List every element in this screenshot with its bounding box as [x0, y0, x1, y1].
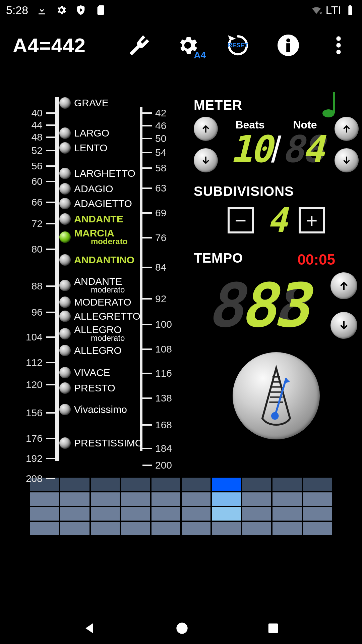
tempo-term-vivace[interactable]: VIVACE [59, 367, 110, 378]
tempo-term-allegro[interactable]: ALLEGROmoderato [59, 325, 125, 343]
metronome-play-button[interactable] [233, 352, 320, 439]
beat-cell[interactable] [212, 507, 241, 521]
scale-tick: 96 [3, 307, 55, 318]
beat-cell[interactable] [60, 492, 89, 506]
beat-cell[interactable] [303, 522, 332, 535]
tempo-term-andante[interactable]: ANDANTEmoderato [59, 276, 125, 294]
beat-cell[interactable] [121, 507, 150, 521]
svg-point-7 [322, 109, 335, 117]
svg-point-5 [336, 43, 341, 47]
scale-tick: 200 [142, 460, 176, 471]
tempo-term-allegretto[interactable]: ALLEGRETTO [59, 311, 140, 322]
tempo-terms-list[interactable]: GRAVELARGOLENTOLARGHETTOADAGIOADAGIETTOA… [59, 97, 140, 460]
tempo-term-adagietto[interactable]: ADAGIETTO [59, 198, 132, 209]
scale-tick: 42 [142, 107, 176, 119]
note-down-button[interactable] [335, 148, 359, 172]
beat-cell[interactable] [303, 492, 332, 506]
radio-icon [59, 382, 71, 394]
nav-home-button[interactable] [175, 622, 189, 636]
subdiv-plus-button[interactable]: + [299, 207, 325, 233]
beat-cell[interactable] [30, 507, 59, 521]
tempo-term-marcia[interactable]: MARCIAmoderato [59, 228, 127, 246]
beat-cell[interactable] [152, 492, 180, 506]
info-button[interactable] [275, 32, 302, 59]
beat-cell[interactable] [60, 478, 89, 491]
beat-cell[interactable] [152, 478, 180, 491]
scale-tick: 108 [142, 343, 176, 355]
scale-tick: 50 [142, 133, 176, 144]
tempo-term-grave[interactable]: GRAVE [59, 97, 109, 109]
left-scale: 4044485256606672808896104112120156176192… [3, 97, 55, 460]
tempo-term-vivacissimo[interactable]: Vivacissimo [59, 404, 127, 415]
beat-cell[interactable] [212, 492, 241, 506]
term-label: ANDANTINO [74, 255, 134, 265]
beat-cell[interactable] [121, 492, 150, 506]
beat-cell[interactable] [212, 478, 241, 491]
settings-a4-button[interactable]: A4 [174, 32, 201, 59]
term-label: GRAVE [74, 98, 109, 108]
beat-cell[interactable] [242, 507, 271, 521]
beat-cell[interactable] [273, 478, 301, 491]
scale-tick: 100 [142, 319, 176, 330]
tempo-down-button[interactable] [330, 312, 357, 339]
beat-grid[interactable] [30, 478, 332, 535]
beat-cell[interactable] [91, 478, 120, 491]
overflow-menu-button[interactable] [325, 32, 352, 59]
tempo-term-largo[interactable]: LARGO [59, 127, 109, 139]
beat-cell[interactable] [121, 522, 150, 535]
beat-cell[interactable] [273, 522, 301, 535]
tempo-term-andantino[interactable]: ANDANTINO [59, 254, 134, 266]
scale-tick: 58 [142, 162, 176, 174]
beat-cell[interactable] [212, 522, 241, 535]
beats-up-button[interactable] [194, 117, 218, 141]
note-up-button[interactable] [335, 117, 359, 141]
tempo-term-adagio[interactable]: ADAGIO [59, 183, 113, 195]
beat-cell[interactable] [182, 507, 210, 521]
beat-cell[interactable] [242, 492, 271, 506]
reset-label: RESET [228, 42, 248, 49]
meter-slash: / [271, 128, 282, 170]
beat-cell[interactable] [273, 492, 301, 506]
tempo-term-allegro[interactable]: ALLEGRO [59, 345, 122, 356]
tuning-fork-button[interactable] [124, 32, 151, 59]
beat-cell[interactable] [182, 492, 210, 506]
beat-cell[interactable] [182, 478, 210, 491]
beat-cell[interactable] [242, 522, 271, 535]
beat-cell[interactable] [242, 478, 271, 491]
beat-cell[interactable] [121, 478, 150, 491]
scale-tick: 46 [142, 120, 176, 131]
reset-button[interactable]: RESET [225, 32, 251, 59]
beat-cell[interactable] [60, 507, 89, 521]
radio-icon [59, 142, 71, 154]
beat-cell[interactable] [91, 507, 120, 521]
tempo-term-larghetto[interactable]: LARGHETTO [59, 168, 135, 179]
beat-cell[interactable] [60, 522, 89, 535]
tempo-term-prestissimo[interactable]: PRESTISSIMO [59, 437, 143, 449]
beat-cell[interactable] [152, 522, 180, 535]
meter-section: METER Beats Note 10 / [194, 91, 359, 172]
radio-icon [59, 328, 71, 339]
beats-down-button[interactable] [194, 148, 218, 172]
subdiv-minus-button[interactable]: − [228, 207, 254, 233]
tempo-term-andante[interactable]: ANDANTE [59, 213, 123, 225]
nav-back-button[interactable] [82, 621, 97, 637]
tempo-term-lento[interactable]: LENTO [59, 142, 107, 154]
scale-tick: 72 [3, 218, 55, 229]
nav-recent-button[interactable] [267, 622, 280, 636]
status-time: 5:28 [6, 4, 28, 17]
beat-cell[interactable] [152, 507, 180, 521]
beat-cell[interactable] [30, 522, 59, 535]
beat-cell[interactable] [182, 522, 210, 535]
beat-cell[interactable] [273, 507, 301, 521]
beat-cell[interactable] [91, 522, 120, 535]
tempo-up-button[interactable] [330, 272, 357, 299]
tempo-term-moderato[interactable]: MODERATO [59, 297, 131, 308]
gear-icon [56, 4, 67, 16]
beat-cell[interactable] [303, 507, 332, 521]
beat-cell[interactable] [30, 492, 59, 506]
tempo-term-presto[interactable]: PRESTO [59, 382, 115, 394]
beat-cell[interactable] [303, 478, 332, 491]
note-value: 04 [282, 128, 322, 171]
svg-point-16 [271, 412, 279, 420]
beat-cell[interactable] [91, 492, 120, 506]
